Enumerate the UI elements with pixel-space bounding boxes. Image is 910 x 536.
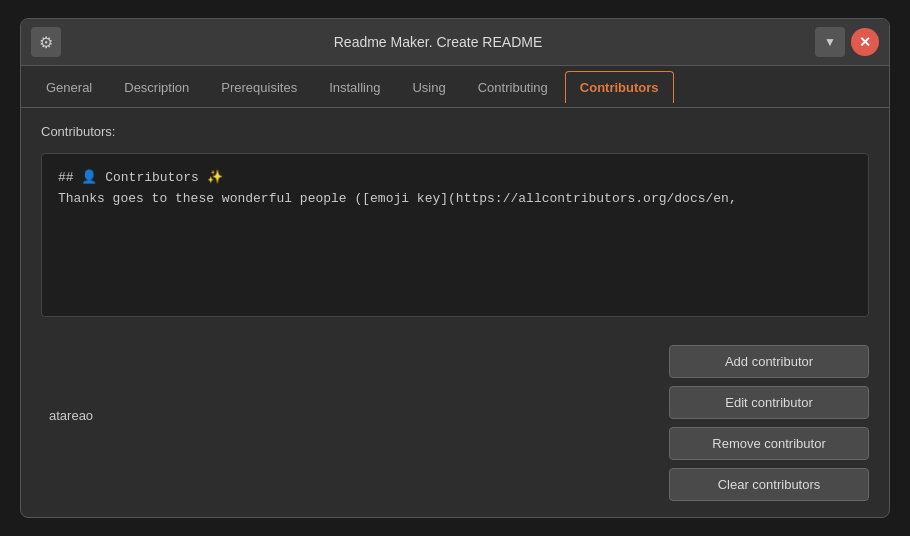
clear-contributors-button[interactable]: Clear contributors bbox=[669, 468, 869, 501]
gear-icon: ⚙ bbox=[39, 33, 53, 52]
bottom-section: atareao Add contributor Edit contributor… bbox=[21, 333, 889, 517]
close-icon: ✕ bbox=[859, 34, 871, 50]
dropdown-button[interactable]: ▼ bbox=[815, 27, 845, 57]
titlebar: ⚙ Readme Maker. Create README ▼ ✕ bbox=[21, 19, 889, 66]
tab-contributors[interactable]: Contributors bbox=[565, 71, 674, 103]
code-line-1: ## 👤 Contributors ✨ bbox=[58, 168, 852, 189]
window-title: Readme Maker. Create README bbox=[61, 34, 815, 50]
sparkle-emoji: ✨ bbox=[207, 170, 223, 185]
gear-button[interactable]: ⚙ bbox=[31, 27, 61, 57]
tab-using[interactable]: Using bbox=[397, 71, 460, 103]
code-preview: ## 👤 Contributors ✨ Thanks goes to these… bbox=[41, 153, 869, 317]
tab-description[interactable]: Description bbox=[109, 71, 204, 103]
add-contributor-button[interactable]: Add contributor bbox=[669, 345, 869, 378]
tab-general[interactable]: General bbox=[31, 71, 107, 103]
edit-contributor-button[interactable]: Edit contributor bbox=[669, 386, 869, 419]
dropdown-icon: ▼ bbox=[824, 35, 836, 49]
app-window: ⚙ Readme Maker. Create README ▼ ✕ Genera… bbox=[20, 18, 890, 518]
buttons-panel: Add contributor Edit contributor Remove … bbox=[669, 345, 869, 501]
user-emoji: 👤 bbox=[81, 170, 97, 185]
tab-installing[interactable]: Installing bbox=[314, 71, 395, 103]
contributors-label: Contributors: bbox=[41, 124, 869, 139]
main-content: Contributors: ## 👤 Contributors ✨ Thanks… bbox=[21, 108, 889, 333]
titlebar-left: ⚙ bbox=[31, 27, 61, 57]
tab-prerequisites[interactable]: Prerequisites bbox=[206, 71, 312, 103]
tab-bar: General Description Prerequisites Instal… bbox=[21, 66, 889, 108]
close-button[interactable]: ✕ bbox=[851, 28, 879, 56]
list-item[interactable]: atareao bbox=[41, 404, 101, 427]
code-line-2: Thanks goes to these wonderful people ([… bbox=[58, 189, 852, 210]
contributors-list: atareao bbox=[41, 345, 649, 485]
remove-contributor-button[interactable]: Remove contributor bbox=[669, 427, 869, 460]
titlebar-right: ▼ ✕ bbox=[815, 27, 879, 57]
tab-contributing[interactable]: Contributing bbox=[463, 71, 563, 103]
